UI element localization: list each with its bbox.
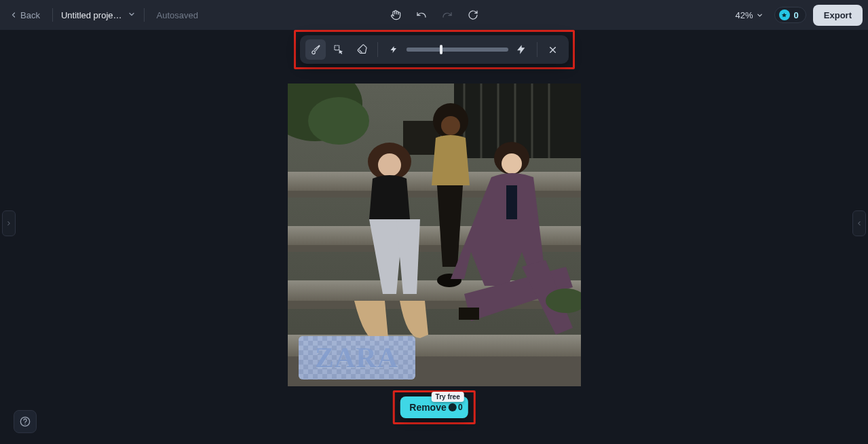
slider-thumb[interactable]: [440, 45, 442, 54]
remove-cost: 0: [449, 403, 463, 412]
svg-point-28: [502, 153, 522, 174]
project-switcher[interactable]: Untitled proje…: [61, 9, 136, 21]
project-name: Untitled proje…: [61, 10, 122, 20]
bolt-large-icon: [516, 44, 527, 55]
lasso-cursor-icon: [333, 44, 344, 55]
help-button[interactable]: [14, 410, 37, 433]
back-label: Back: [20, 10, 40, 20]
selection-mask: ZARA: [299, 336, 415, 380]
redo-icon: [442, 10, 453, 20]
help-icon: [20, 416, 31, 427]
svg-rect-29: [506, 185, 517, 219]
right-panel-toggle[interactable]: [852, 210, 866, 236]
svg-point-25: [441, 116, 460, 135]
remove-button-highlight: Remove Try free 0: [392, 390, 475, 424]
chevron-down-icon: [756, 12, 763, 19]
brush-size-large-icon: [511, 39, 531, 60]
divider: [144, 8, 145, 22]
undo-icon: [416, 10, 427, 20]
pan-hand-button[interactable]: [385, 5, 406, 25]
zoom-dropdown[interactable]: 42%: [732, 7, 768, 23]
slider-fill: [407, 48, 441, 52]
top-bar-left: Back Untitled proje… Autosaved: [5, 7, 198, 23]
back-button[interactable]: Back: [5, 7, 44, 23]
svg-rect-30: [459, 308, 479, 320]
toolbar-divider: [537, 42, 537, 57]
top-bar-center: [385, 5, 483, 25]
brush-icon: [310, 44, 321, 55]
chevron-left-icon: [856, 219, 863, 228]
svg-rect-19: [288, 301, 581, 309]
credits-value: 0: [794, 10, 799, 20]
chevron-down-icon[interactable]: [128, 9, 136, 21]
svg-point-23: [378, 153, 401, 177]
try-free-badge: Try free: [432, 392, 464, 402]
remove-cost-value: 0: [458, 403, 463, 412]
autosaved-label: Autosaved: [157, 10, 198, 20]
credits-dot-icon: [449, 403, 457, 411]
chevron-left-icon: [10, 11, 18, 19]
svg-rect-0: [335, 45, 339, 50]
floating-toolbar: [300, 35, 569, 64]
eraser-icon: [356, 44, 367, 55]
auto-select-tool[interactable]: [328, 39, 349, 60]
remove-label: Remove: [409, 402, 446, 413]
svg-point-12: [308, 97, 369, 145]
brush-size-slider[interactable]: [407, 48, 508, 52]
export-button[interactable]: Export: [813, 5, 863, 26]
reset-button[interactable]: [463, 5, 483, 25]
close-toolbar-button[interactable]: [543, 39, 563, 60]
toolbar-divider: [377, 42, 378, 57]
hand-icon: [390, 10, 401, 20]
left-panel-toggle[interactable]: [2, 210, 16, 236]
eraser-tool[interactable]: [352, 39, 372, 60]
bolt-small-icon: [390, 45, 398, 54]
close-icon: [548, 45, 558, 55]
credits-icon: [779, 10, 790, 20]
svg-rect-15: [288, 191, 581, 198]
divider: [52, 8, 53, 22]
remove-button[interactable]: Remove Try free 0: [400, 396, 468, 418]
refresh-icon: [468, 10, 478, 20]
undo-button[interactable]: [411, 5, 432, 25]
top-bar: Back Untitled proje… Autosaved 42: [0, 0, 868, 30]
canvas-image[interactable]: ZARA: [288, 84, 581, 386]
credits-pill[interactable]: 0: [774, 7, 806, 23]
chevron-right-icon: [5, 219, 12, 228]
redo-button: [437, 5, 457, 25]
top-bar-right: 42% 0 Export: [732, 5, 863, 26]
zoom-value: 42%: [736, 10, 753, 20]
brush-tool[interactable]: [305, 39, 326, 60]
brush-size-small-icon: [383, 39, 404, 60]
mask-text: ZARA: [299, 336, 415, 380]
floating-toolbar-highlight: [294, 30, 575, 69]
